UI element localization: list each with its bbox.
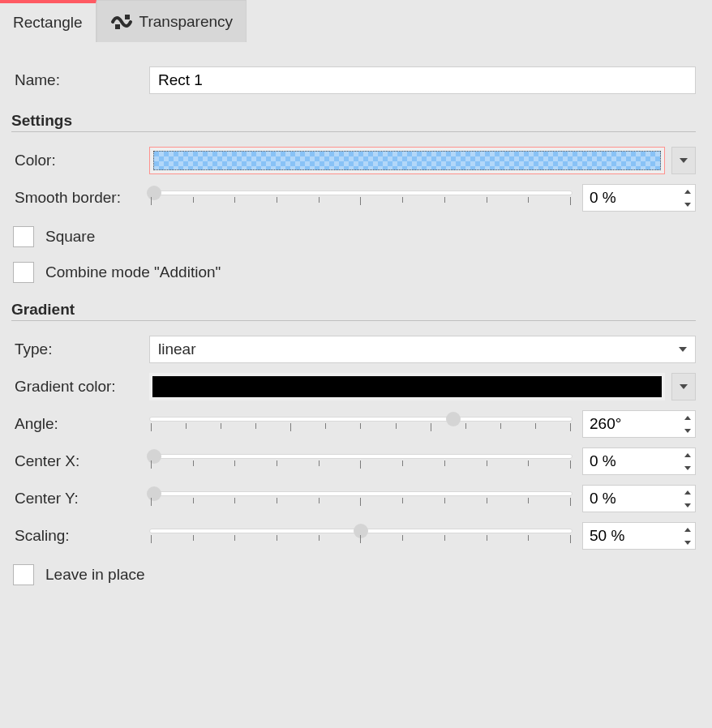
gradient-type-label: Type:	[11, 340, 149, 358]
tab-bar: Rectangle Transparency	[0, 0, 712, 42]
leave-in-place-checkbox[interactable]	[13, 564, 34, 585]
tab-transparency-label: Transparency	[139, 13, 233, 31]
smooth-border-up[interactable]	[680, 185, 695, 198]
tab-transparency[interactable]: Transparency	[97, 0, 247, 42]
center-y-spinner[interactable]	[582, 485, 696, 512]
gradient-color-preview	[152, 376, 662, 397]
angle-value[interactable]	[583, 411, 680, 437]
center-x-spinner[interactable]	[582, 448, 696, 475]
gradient-type-value: linear	[158, 340, 195, 358]
square-checkbox[interactable]	[13, 226, 34, 247]
color-swatch[interactable]	[149, 147, 665, 174]
gradient-color-label: Gradient color:	[11, 378, 149, 396]
center-x-label: Center X:	[11, 452, 149, 470]
combine-mode-label: Combine mode "Addition"	[45, 263, 221, 281]
gradient-color-dropdown-button[interactable]	[671, 373, 696, 400]
scaling-slider[interactable]	[149, 522, 573, 550]
chevron-up-icon	[684, 416, 691, 420]
scaling-label: Scaling:	[11, 527, 149, 545]
tab-rectangle-label: Rectangle	[13, 14, 83, 32]
center-x-down[interactable]	[680, 461, 695, 474]
scaling-down[interactable]	[680, 536, 695, 549]
angle-label: Angle:	[11, 415, 149, 433]
smooth-border-value[interactable]	[583, 185, 680, 211]
center-y-label: Center Y:	[11, 490, 149, 507]
chevron-up-icon	[684, 528, 691, 532]
svg-rect-0	[115, 24, 120, 29]
color-label: Color:	[11, 152, 149, 169]
chevron-up-icon	[684, 190, 691, 194]
chevron-down-icon	[680, 384, 688, 389]
name-input[interactable]	[149, 66, 696, 94]
chevron-down-icon	[680, 158, 688, 163]
center-y-down[interactable]	[680, 499, 695, 512]
square-label: Square	[45, 228, 95, 246]
smooth-border-spinner[interactable]	[582, 184, 696, 212]
center-x-up[interactable]	[680, 448, 695, 461]
smooth-border-down[interactable]	[680, 198, 695, 211]
color-dropdown-button[interactable]	[671, 147, 696, 174]
gradient-type-select[interactable]: linear	[149, 336, 696, 363]
smooth-border-slider[interactable]	[149, 184, 573, 212]
chevron-down-icon	[679, 347, 687, 352]
center-y-value[interactable]	[583, 486, 680, 512]
chevron-down-icon	[684, 541, 691, 545]
combine-mode-checkbox[interactable]	[13, 262, 34, 283]
chevron-down-icon	[684, 429, 691, 433]
center-y-up[interactable]	[680, 486, 695, 499]
leave-in-place-label: Leave in place	[45, 566, 145, 584]
angle-spinner[interactable]	[582, 410, 696, 438]
section-rule	[11, 320, 696, 321]
angle-slider[interactable]	[149, 410, 573, 438]
chevron-down-icon	[684, 503, 691, 507]
chevron-down-icon	[684, 466, 691, 470]
center-x-value[interactable]	[583, 448, 680, 474]
center-x-slider[interactable]	[149, 448, 573, 475]
chevron-down-icon	[684, 203, 691, 207]
name-label: Name:	[11, 71, 149, 89]
scaling-value[interactable]	[583, 523, 680, 549]
svg-rect-1	[125, 15, 130, 19]
scaling-up[interactable]	[680, 523, 695, 536]
scaling-spinner[interactable]	[582, 522, 696, 550]
chevron-up-icon	[684, 453, 691, 457]
gradient-color-swatch[interactable]	[149, 373, 665, 400]
transparency-icon	[110, 13, 133, 31]
section-settings-title: Settings	[11, 112, 696, 130]
section-rule	[11, 131, 696, 132]
color-swatch-preview	[153, 151, 661, 170]
chevron-up-icon	[684, 490, 691, 495]
angle-up[interactable]	[680, 411, 695, 424]
angle-down[interactable]	[680, 424, 695, 437]
tab-rectangle[interactable]: Rectangle	[0, 0, 97, 42]
smooth-border-label: Smooth border:	[11, 189, 149, 207]
section-gradient-title: Gradient	[11, 301, 696, 319]
center-y-slider[interactable]	[149, 485, 573, 512]
